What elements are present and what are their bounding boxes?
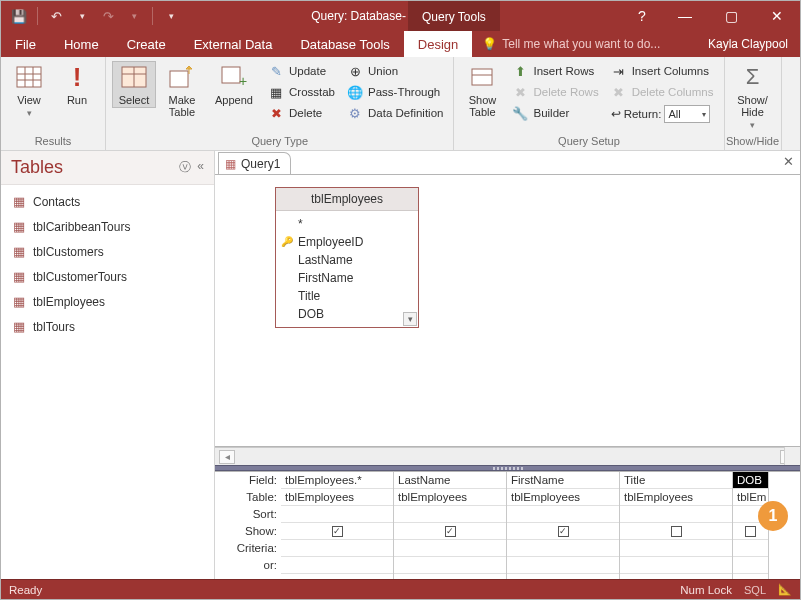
nav-filter-icon[interactable]: ⓥ: [179, 159, 191, 176]
tell-me-search[interactable]: 💡 Tell me what you want to do...: [472, 31, 660, 57]
qbe-cell[interactable]: [394, 540, 506, 557]
horizontal-scrollbar-upper[interactable]: ◂ ▸: [215, 447, 800, 465]
nav-item[interactable]: ▦tblCaribbeanTours: [1, 214, 214, 239]
close-document-icon[interactable]: ✕: [783, 154, 794, 169]
qbe-cell[interactable]: ✓: [281, 523, 393, 540]
qat-customize-icon[interactable]: ▾: [163, 8, 179, 24]
qbe-cell[interactable]: [620, 557, 732, 574]
qbe-cell[interactable]: [507, 557, 619, 574]
tab-create[interactable]: Create: [113, 31, 180, 57]
document-tab-query1[interactable]: ▦ Query1: [218, 152, 291, 174]
tab-file[interactable]: File: [1, 31, 50, 57]
qbe-cell[interactable]: tblEmployees: [281, 489, 393, 506]
qbe-cell[interactable]: tblEmployees: [620, 489, 732, 506]
delete-query-button[interactable]: ✖Delete: [264, 103, 339, 123]
qbe-cell[interactable]: [733, 557, 768, 574]
show-checkbox[interactable]: [671, 526, 682, 537]
nav-item[interactable]: ▦tblEmployees: [1, 289, 214, 314]
help-icon[interactable]: ?: [622, 1, 662, 31]
tab-design[interactable]: Design: [404, 31, 472, 57]
totals-button[interactable]: Σ Show/ Hide ▾: [731, 61, 775, 133]
design-surface[interactable]: tblEmployees *EmployeeID🔑LastNameFirstNa…: [215, 175, 800, 447]
qbe-cell[interactable]: [620, 506, 732, 523]
user-label[interactable]: Kayla Claypool: [708, 31, 788, 57]
scroll-left-icon[interactable]: ◂: [219, 450, 235, 464]
field-list-item[interactable]: LastName: [276, 251, 418, 269]
field-list-item[interactable]: *: [276, 215, 418, 233]
nav-collapse-icon[interactable]: «: [197, 159, 204, 176]
design-view-icon[interactable]: 📐: [778, 583, 792, 596]
return-select[interactable]: All▾: [664, 105, 710, 123]
field-list-item[interactable]: FirstName: [276, 269, 418, 287]
qbe-cell[interactable]: tblEmployees: [507, 489, 619, 506]
table-icon: ▦: [13, 244, 25, 259]
nav-item[interactable]: ▦Contacts: [1, 189, 214, 214]
nav-item[interactable]: ▦tblCustomers: [1, 239, 214, 264]
qbe-cell[interactable]: Title: [620, 472, 732, 489]
qbe-cell[interactable]: [507, 506, 619, 523]
insert-rows-button[interactable]: ⬆Insert Rows: [508, 61, 602, 81]
sql-view-icon[interactable]: SQL: [744, 584, 766, 596]
qbe-cell[interactable]: tblEmployees: [394, 489, 506, 506]
nav-item[interactable]: ▦tblTours: [1, 314, 214, 339]
show-checkbox[interactable]: ✓: [558, 526, 569, 537]
qbe-column[interactable]: LastNametblEmployees✓: [394, 472, 507, 579]
qbe-cell[interactable]: [620, 540, 732, 557]
run-button[interactable]: ! Run: [55, 61, 99, 108]
qbe-cell[interactable]: [620, 523, 732, 540]
show-checkbox[interactable]: ✓: [332, 526, 343, 537]
redo-icon[interactable]: ↷: [100, 8, 116, 24]
qbe-cell[interactable]: [394, 557, 506, 574]
insert-columns-button[interactable]: ⇥Insert Columns: [607, 61, 718, 81]
qbe-cell[interactable]: [281, 540, 393, 557]
qbe-cell[interactable]: [281, 557, 393, 574]
show-table-button[interactable]: Show Table: [460, 61, 504, 120]
document-area: ▦ Query1 ✕ ▲ ▼ tblEmployees *EmployeeID🔑…: [215, 151, 800, 579]
qbe-cell[interactable]: [281, 506, 393, 523]
undo-icon[interactable]: ↶: [48, 8, 64, 24]
qbe-grid[interactable]: Field:Table:Sort:Show:Criteria:or: tblEm…: [215, 471, 800, 579]
qbe-column[interactable]: TitletblEmployees: [620, 472, 733, 579]
nav-item[interactable]: ▦tblCustomerTours: [1, 264, 214, 289]
qbe-column[interactable]: FirstNametblEmployees✓: [507, 472, 620, 579]
qbe-cell[interactable]: [394, 506, 506, 523]
qbe-cell[interactable]: ✓: [507, 523, 619, 540]
minimize-button[interactable]: ―: [662, 1, 708, 31]
data-definition-button[interactable]: ⚙Data Definition: [343, 103, 447, 123]
make-table-button[interactable]: Make Table: [160, 61, 204, 120]
close-button[interactable]: ✕: [754, 1, 800, 31]
view-button[interactable]: View ▾: [7, 61, 51, 121]
append-button[interactable]: + Append: [208, 61, 260, 108]
save-icon[interactable]: 💾: [11, 8, 27, 24]
field-list-item[interactable]: EmployeeID🔑: [276, 233, 418, 251]
pass-through-icon: 🌐: [347, 84, 363, 100]
qbe-cell[interactable]: [507, 540, 619, 557]
restore-button[interactable]: ▢: [708, 1, 754, 31]
field-list-item[interactable]: DOB: [276, 305, 418, 323]
show-checkbox[interactable]: ✓: [445, 526, 456, 537]
field-list-scroll-down-icon[interactable]: ▾: [403, 312, 417, 326]
qbe-cell[interactable]: ✓: [394, 523, 506, 540]
qbe-column[interactable]: tblEmployees.*tblEmployees✓: [281, 472, 394, 579]
tab-home[interactable]: Home: [50, 31, 113, 57]
show-checkbox[interactable]: [745, 526, 756, 537]
update-button[interactable]: ✎Update: [264, 61, 339, 81]
qbe-cell[interactable]: LastName: [394, 472, 506, 489]
redo-dropdown-icon[interactable]: ▾: [126, 8, 142, 24]
union-button[interactable]: ⊕Union: [343, 61, 447, 81]
nav-header[interactable]: Tables ⓥ «: [1, 151, 214, 185]
qbe-cell[interactable]: [733, 540, 768, 557]
select-query-button[interactable]: Select: [112, 61, 156, 108]
qbe-cell[interactable]: FirstName: [507, 472, 619, 489]
qbe-cell[interactable]: tblEmployees.*: [281, 472, 393, 489]
tab-database-tools[interactable]: Database Tools: [286, 31, 403, 57]
chevron-down-icon: ▾: [702, 110, 706, 119]
pass-through-button[interactable]: 🌐Pass-Through: [343, 82, 447, 102]
crosstab-button[interactable]: ▦Crosstab: [264, 82, 339, 102]
field-list-tblemployees[interactable]: tblEmployees *EmployeeID🔑LastNameFirstNa…: [275, 187, 419, 328]
builder-button[interactable]: 🔧Builder: [508, 103, 602, 123]
field-list-item[interactable]: Title: [276, 287, 418, 305]
qbe-cell[interactable]: DOB: [733, 472, 768, 489]
undo-dropdown-icon[interactable]: ▾: [74, 8, 90, 24]
tab-external-data[interactable]: External Data: [180, 31, 287, 57]
